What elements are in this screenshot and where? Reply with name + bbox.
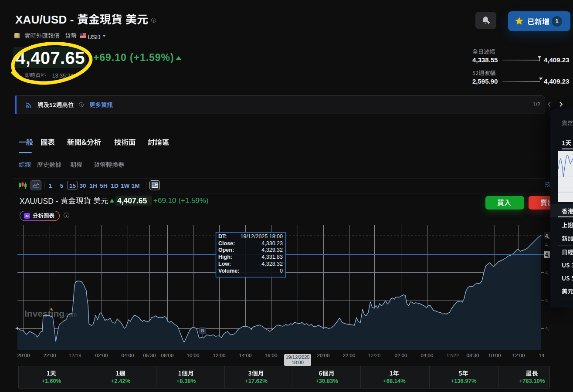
svg-text:04:00: 04:00 <box>421 353 434 358</box>
svg-text:4,: 4, <box>545 326 549 331</box>
svg-text:18:00: 18:00 <box>292 360 304 365</box>
svg-text:22:00: 22:00 <box>44 353 56 358</box>
svg-text:4,: 4, <box>545 233 549 239</box>
svg-text:14:00: 14:00 <box>239 353 252 358</box>
svg-text:DT:: DT: <box>218 233 227 240</box>
svg-text:Open:: Open: <box>218 247 234 253</box>
svg-text:20:00: 20:00 <box>17 353 30 358</box>
svg-text:.com: .com <box>64 311 77 318</box>
svg-text:08:00: 08:00 <box>161 353 174 358</box>
svg-text:19/12/2025 18:00: 19/12/2025 18:00 <box>241 233 283 240</box>
svg-text:20:00: 20:00 <box>317 353 330 358</box>
svg-text:4,331.83: 4,331.83 <box>261 254 283 260</box>
svg-text:02:00: 02:00 <box>95 353 108 358</box>
svg-text:4,330.23: 4,330.23 <box>261 240 283 247</box>
svg-text:04:00: 04:00 <box>122 353 134 358</box>
svg-text:High:: High: <box>218 254 232 260</box>
svg-text:12:00: 12:00 <box>213 353 226 358</box>
svg-text:10:00: 10:00 <box>488 353 501 358</box>
svg-text:16:00: 16:00 <box>265 353 278 358</box>
svg-text:12/22: 12/22 <box>447 353 459 358</box>
svg-text:Low:: Low: <box>218 261 231 267</box>
svg-text:22:00: 22:00 <box>343 353 356 358</box>
svg-text:14: 14 <box>539 353 545 358</box>
svg-text:19/12/2025: 19/12/2025 <box>285 355 309 360</box>
svg-text:05:30: 05:30 <box>143 353 156 358</box>
svg-text:4,: 4, <box>545 270 549 276</box>
svg-text:0: 0 <box>280 268 283 274</box>
svg-text:Volume:: Volume: <box>218 268 239 274</box>
svg-text:4,: 4, <box>545 252 549 258</box>
svg-text:Investing: Investing <box>24 308 64 318</box>
svg-text:02:00: 02:00 <box>395 353 407 358</box>
svg-text:Close:: Close: <box>218 240 235 247</box>
svg-text:N: N <box>201 328 204 333</box>
svg-text:10:00: 10:00 <box>187 353 200 358</box>
svg-text:4,328.32: 4,328.32 <box>261 261 283 267</box>
svg-text:12/20: 12/20 <box>368 353 381 358</box>
svg-text:4,: 4, <box>545 298 549 303</box>
svg-text:08:30: 08:30 <box>467 353 479 358</box>
svg-text:4,329.32: 4,329.32 <box>261 247 283 253</box>
svg-text:4,: 4, <box>545 242 549 247</box>
svg-text:12:00: 12:00 <box>512 353 525 358</box>
svg-text:12/19: 12/19 <box>69 353 81 358</box>
